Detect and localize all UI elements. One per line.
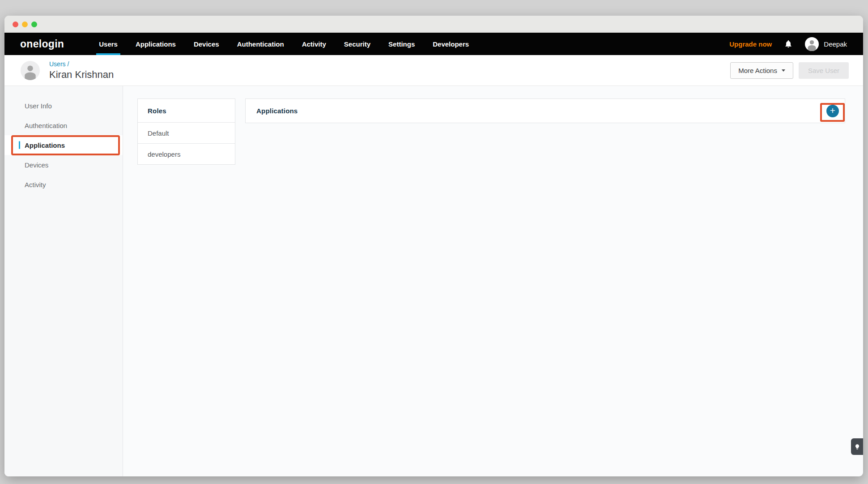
close-window-button[interactable] xyxy=(13,21,18,27)
upgrade-now-link[interactable]: Upgrade now xyxy=(729,40,772,48)
sidebar-item-user-info[interactable]: User Info xyxy=(4,96,123,116)
nav-tab-security[interactable]: Security xyxy=(335,33,379,55)
main-content: Roles Default developers Applications + xyxy=(123,86,863,476)
user-section-sidebar: User Info Authentication Applications De… xyxy=(4,86,123,476)
page-title: Kiran Krishnan xyxy=(49,69,114,81)
nav-tab-settings[interactable]: Settings xyxy=(379,33,424,55)
sidebar-item-authentication[interactable]: Authentication xyxy=(4,116,123,135)
save-user-button[interactable]: Save User xyxy=(799,62,849,79)
role-row-default[interactable]: Default xyxy=(138,122,235,143)
onelogin-logo[interactable]: onelogin xyxy=(20,38,64,50)
feedback-lightbulb-tab[interactable] xyxy=(851,438,863,455)
nav-tab-applications[interactable]: Applications xyxy=(127,33,185,55)
nav-tabs: Users Applications Devices Authenticatio… xyxy=(90,33,478,55)
roles-panel-title: Roles xyxy=(138,99,235,122)
nav-tab-activity[interactable]: Activity xyxy=(293,33,335,55)
sidebar-item-activity[interactable]: Activity xyxy=(4,175,123,194)
add-application-button[interactable]: + xyxy=(826,105,839,117)
body-area: User Info Authentication Applications De… xyxy=(4,86,863,476)
roles-panel: Roles Default developers xyxy=(137,99,235,165)
minimize-window-button[interactable] xyxy=(22,21,28,27)
sidebar-item-label: Applications xyxy=(25,141,65,149)
zoom-window-button[interactable] xyxy=(31,21,37,27)
active-accent-bar xyxy=(19,141,20,149)
applications-panel-title: Applications xyxy=(256,107,298,115)
nav-tab-developers[interactable]: Developers xyxy=(424,33,478,55)
notifications-bell-icon[interactable] xyxy=(784,39,793,48)
page-header: Users / Kiran Krishnan More Actions Save… xyxy=(4,55,863,86)
sidebar-item-applications[interactable]: Applications xyxy=(4,135,123,155)
profile-avatar xyxy=(21,61,40,80)
applications-panel: Applications + xyxy=(245,99,845,123)
role-row-developers[interactable]: developers xyxy=(138,143,235,164)
lightbulb-icon xyxy=(854,444,860,450)
more-actions-label: More Actions xyxy=(738,67,777,74)
breadcrumb[interactable]: Users / xyxy=(49,60,114,68)
current-user-name: Deepak xyxy=(824,40,847,48)
more-actions-button[interactable]: More Actions xyxy=(730,62,793,79)
nav-tab-users[interactable]: Users xyxy=(90,33,127,55)
top-navigation: onelogin Users Applications Devices Auth… xyxy=(4,33,863,55)
header-actions: More Actions Save User xyxy=(730,62,849,79)
mac-titlebar xyxy=(4,16,863,33)
chevron-down-icon xyxy=(782,69,785,72)
current-user-menu[interactable]: Deepak xyxy=(805,37,847,51)
app-window: onelogin Users Applications Devices Auth… xyxy=(4,16,863,476)
title-block: Users / Kiran Krishnan xyxy=(49,60,114,81)
nav-right-cluster: Upgrade now Deepak xyxy=(729,37,847,51)
user-avatar xyxy=(805,37,819,51)
nav-tab-devices[interactable]: Devices xyxy=(185,33,228,55)
nav-tab-authentication[interactable]: Authentication xyxy=(228,33,293,55)
sidebar-item-devices[interactable]: Devices xyxy=(4,155,123,175)
